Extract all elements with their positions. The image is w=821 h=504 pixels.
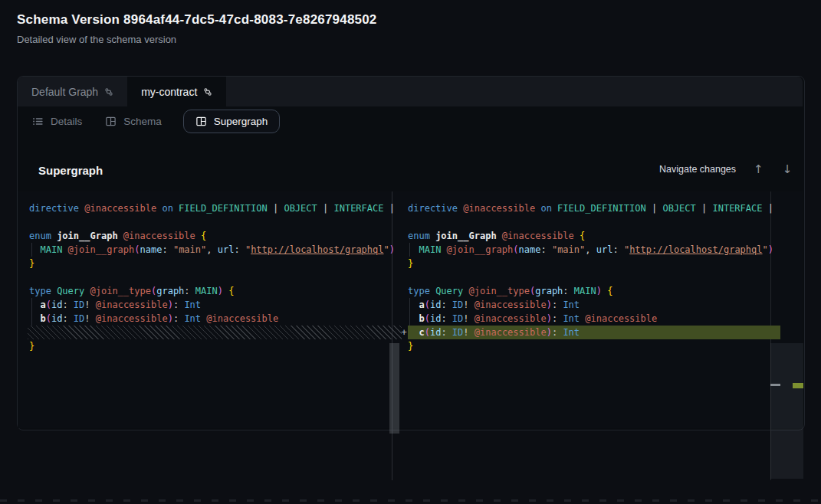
tab-label: my-contract (141, 86, 197, 98)
code-line (29, 215, 402, 229)
view-tab-bar: Details Schema Supergraph (18, 106, 803, 136)
list-icon (32, 116, 44, 127)
code-line: enum join__Graph @inaccessible { (29, 229, 402, 243)
code-line (29, 270, 402, 284)
code-line: type Query @join__type(graph: MAIN) { (408, 284, 780, 298)
tab-my-contract[interactable]: my-contract (127, 77, 226, 106)
code-line: } (29, 257, 402, 270)
navigate-changes-controls: Navigate changes ↑ ↓ (659, 162, 793, 176)
left-pane-scrollbar[interactable] (389, 343, 399, 434)
minimap-added-mark (793, 383, 803, 388)
code-line: MAIN @join__graph(name: "main", url: "ht… (408, 243, 780, 257)
code-line: } (408, 339, 780, 353)
minimap-slider[interactable] (770, 343, 803, 479)
tab-label: Default Graph (31, 86, 98, 98)
code-line (408, 215, 780, 229)
code-line: directive @inaccessible on FIELD_DEFINIT… (408, 201, 780, 215)
diff-modified-pane[interactable]: directive @inaccessible on FIELD_DEFINIT… (407, 201, 780, 353)
tab-label: Schema (123, 116, 162, 127)
navigate-changes-label: Navigate changes (659, 164, 736, 175)
code-line: } (29, 339, 402, 353)
tab-schema[interactable]: Schema (103, 110, 163, 133)
schema-version-page: Schema Version 8964af44-7dc5-47cd-8083-7… (0, 0, 821, 504)
minimap-content-mark (770, 384, 780, 386)
tab-default-graph[interactable]: Default Graph (18, 77, 127, 106)
diff-original-pane[interactable]: directive @inaccessible on FIELD_DEFINIT… (29, 201, 402, 353)
columns-icon (105, 116, 117, 127)
clipped-section-edge (0, 499, 821, 502)
page-subtitle: Detailed view of the schema version (17, 34, 176, 45)
supergraph-panel-title: Supergraph (38, 164, 103, 177)
tab-details[interactable]: Details (31, 110, 84, 133)
contract-fork-icon (104, 87, 113, 97)
columns-icon (195, 116, 207, 127)
page-title: Schema Version 8964af44-7dc5-47cd-8083-7… (17, 12, 377, 28)
diff-added-line: c(id: ID! @inaccessible): Int (408, 326, 780, 339)
code-line: b(id: ID! @inaccessible): Int @inaccessi… (29, 312, 402, 326)
tab-supergraph[interactable]: Supergraph (183, 110, 281, 133)
code-line: b(id: ID! @inaccessible): Int @inaccessi… (408, 312, 780, 326)
added-line-gutter-marker: + (399, 326, 409, 339)
code-line: MAIN @join__graph(name: "main", url: "ht… (29, 243, 402, 257)
code-line: enum join__Graph @inaccessible { (408, 229, 780, 243)
code-line: type Query @join__type(graph: MAIN) { (29, 284, 402, 298)
tab-label: Details (51, 116, 82, 127)
contract-fork-icon (203, 87, 212, 97)
code-line: a(id: ID! @inaccessible): Int (29, 298, 402, 312)
code-line (408, 270, 780, 284)
diff-filler-line (29, 326, 402, 339)
code-line: } (408, 257, 780, 270)
code-line: directive @inaccessible on FIELD_DEFINIT… (29, 201, 402, 215)
previous-change-button[interactable]: ↑ (752, 162, 765, 176)
code-line: a(id: ID! @inaccessible): Int (408, 298, 780, 312)
tab-label: Supergraph (214, 116, 268, 127)
graph-tab-bar: Default Graph my-contract (18, 77, 803, 106)
next-change-button[interactable]: ↓ (781, 162, 794, 176)
